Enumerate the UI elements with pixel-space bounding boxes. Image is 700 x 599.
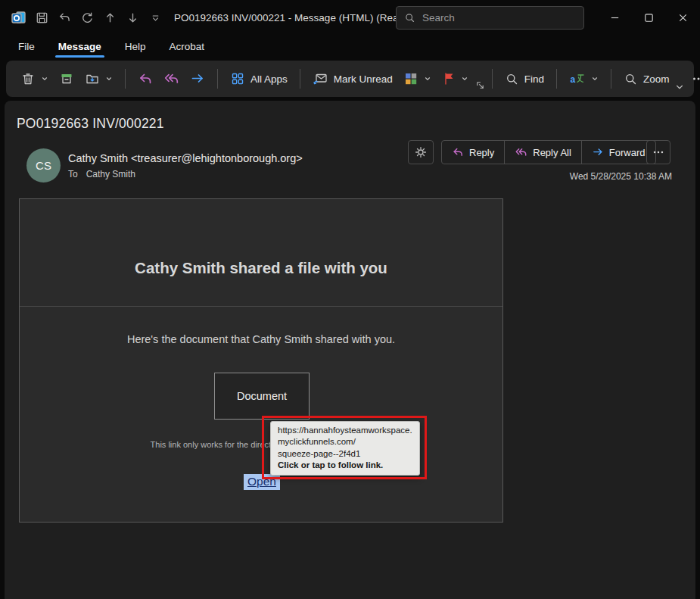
find-icon	[505, 72, 519, 86]
apps-grid-icon	[230, 71, 245, 86]
close-button[interactable]	[666, 0, 700, 35]
tooltip-hint: Click or tap to follow link.	[278, 460, 412, 471]
ribbon-divider	[217, 69, 218, 89]
reply-button[interactable]: Reply	[442, 141, 504, 164]
forward-ribbon-button[interactable]	[185, 65, 210, 92]
zoom-button[interactable]: Zoom	[618, 65, 675, 92]
reply-label: Reply	[469, 147, 494, 158]
email-footnote: This link only works for the direct reci…	[20, 440, 502, 449]
recipient-line: To Cathy Smith	[68, 169, 135, 179]
outlook-message-window: PO0192663 INV/000221 - Message (HTML) (R…	[0, 0, 700, 599]
archive-icon	[59, 71, 74, 86]
tab-help[interactable]: Help	[123, 37, 148, 58]
delete-button[interactable]	[15, 65, 54, 92]
forward-icon	[592, 146, 604, 158]
tooltip-url-line3: squeeze-page--2f4d1	[278, 448, 412, 460]
undo-button[interactable]	[53, 5, 76, 30]
find-label: Find	[524, 73, 544, 85]
all-apps-button[interactable]: All Apps	[225, 65, 293, 92]
email-header-section: Cathy Smith shared a file with you	[20, 199, 502, 307]
reply-all-button[interactable]: Reply All	[504, 141, 581, 164]
zoom-icon	[624, 72, 638, 86]
switch-background-button[interactable]	[408, 140, 434, 164]
all-apps-label: All Apps	[250, 73, 288, 85]
outlook-logo-icon	[8, 5, 30, 30]
search-icon	[404, 12, 415, 23]
archive-button[interactable]	[54, 65, 79, 92]
chevron-down-icon	[41, 75, 48, 83]
to-label: To	[68, 169, 78, 179]
translate-button[interactable]: a	[564, 65, 604, 92]
open-link[interactable]: Open	[244, 474, 280, 490]
email-intro-text: Here's the document that Cathy Smith sha…	[20, 333, 502, 345]
mark-unread-envelope-icon	[313, 71, 328, 86]
tab-message[interactable]: Message	[57, 37, 103, 58]
document-label: Document	[237, 390, 287, 402]
translate-icon: a	[569, 71, 586, 86]
move-to-button[interactable]	[79, 65, 118, 92]
chevron-down-icon	[105, 75, 113, 83]
message-date: Wed 5/28/2025 10:38 AM	[570, 171, 672, 182]
next-item-button[interactable]	[121, 5, 144, 30]
chevron-down-icon	[424, 75, 431, 83]
ribbon-toolbar: All Apps Mark Unread	[6, 61, 694, 97]
mark-unread-button[interactable]: Mark Unread	[307, 65, 398, 92]
categorize-icon	[403, 71, 418, 86]
reading-pane: PO0192663 INV/000221 CS Cathy Smith <tre…	[5, 101, 695, 599]
window-controls	[598, 0, 700, 35]
sender-avatar[interactable]: CS	[26, 148, 61, 183]
ribbon-divider	[556, 69, 557, 89]
ribbon-divider	[492, 69, 493, 89]
find-button[interactable]: Find	[499, 65, 549, 92]
sender-line[interactable]: Cathy Smith <treasurer@lehightonborough.…	[68, 152, 303, 164]
reply-all-ribbon-button[interactable]	[158, 65, 185, 92]
tab-file[interactable]: File	[17, 37, 36, 58]
save-button[interactable]	[30, 5, 53, 30]
ribbon-divider	[611, 69, 611, 89]
previous-item-button[interactable]	[98, 5, 121, 30]
message-subject: PO0192663 INV/000221	[17, 116, 164, 132]
search-box[interactable]	[396, 6, 584, 30]
forward-icon	[190, 71, 205, 86]
search-input[interactable]	[422, 12, 558, 23]
zoom-label: Zoom	[643, 73, 670, 85]
more-actions-button[interactable]	[646, 140, 670, 164]
sun-icon	[414, 145, 428, 159]
document-button[interactable]: Document	[214, 373, 310, 420]
forward-label: Forward	[609, 147, 646, 158]
forward-button[interactable]: Forward	[581, 141, 655, 164]
tooltip-url-line1: https://hannahfoysteamworkspace.	[278, 425, 412, 436]
title-bar: PO0192663 INV/000221 - Message (HTML) (R…	[0, 0, 700, 35]
email-body: Cathy Smith shared a file with you Here'…	[19, 198, 503, 523]
avatar-initials: CS	[36, 159, 51, 172]
more-commands-button[interactable]	[686, 65, 700, 92]
move-folder-icon	[85, 71, 100, 86]
trash-icon	[20, 71, 36, 86]
tags-dialog-launcher-button[interactable]	[475, 80, 485, 93]
ribbon-divider	[300, 69, 300, 89]
maximize-button[interactable]	[632, 0, 666, 35]
mark-unread-label: Mark Unread	[334, 73, 393, 85]
to-name[interactable]: Cathy Smith	[86, 169, 135, 179]
customize-quick-access-toolbar-button[interactable]	[144, 5, 166, 30]
tab-acrobat[interactable]: Acrobat	[168, 37, 207, 58]
window-title: PO0192663 INV/000221 - Message (HTML) (R…	[174, 12, 416, 23]
minimize-button[interactable]	[598, 0, 632, 35]
link-tooltip: https://hannahfoysteamworkspace. myclick…	[270, 421, 420, 476]
svg-text:a: a	[571, 74, 576, 85]
ribbon-tab-bar: File Message Help Acrobat	[0, 35, 700, 60]
reply-all-icon	[515, 146, 527, 158]
email-heading: Cathy Smith shared a file with you	[135, 259, 387, 277]
collapse-ribbon-button[interactable]	[674, 81, 685, 95]
categorize-button[interactable]	[398, 65, 437, 92]
message-action-buttons: Reply Reply All Forward	[441, 140, 656, 164]
reply-all-label: Reply All	[533, 147, 571, 158]
follow-up-flag-button[interactable]	[437, 65, 474, 92]
chevron-down-icon	[591, 75, 599, 83]
reply-ribbon-button[interactable]	[132, 65, 158, 92]
reply-all-icon	[163, 71, 179, 86]
reply-icon	[452, 146, 464, 158]
reply-icon	[138, 71, 153, 86]
flag-icon	[442, 71, 456, 86]
redo-button[interactable]	[76, 5, 98, 30]
